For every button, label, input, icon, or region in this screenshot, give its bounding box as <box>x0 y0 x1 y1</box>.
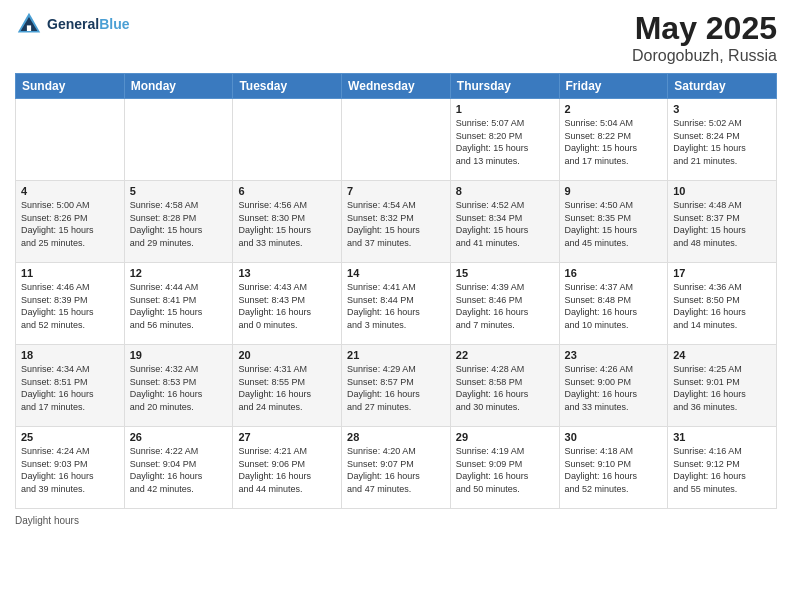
calendar-cell: 16Sunrise: 4:37 AM Sunset: 8:48 PM Dayli… <box>559 263 668 345</box>
calendar-table: SundayMondayTuesdayWednesdayThursdayFrid… <box>15 73 777 509</box>
day-info: Sunrise: 5:07 AM Sunset: 8:20 PM Dayligh… <box>456 117 554 167</box>
day-number: 23 <box>565 349 663 361</box>
calendar-cell: 15Sunrise: 4:39 AM Sunset: 8:46 PM Dayli… <box>450 263 559 345</box>
calendar-cell: 3Sunrise: 5:02 AM Sunset: 8:24 PM Daylig… <box>668 99 777 181</box>
calendar-cell: 27Sunrise: 4:21 AM Sunset: 9:06 PM Dayli… <box>233 427 342 509</box>
title-block: May 2025 Dorogobuzh, Russia <box>632 10 777 65</box>
day-number: 26 <box>130 431 228 443</box>
calendar-cell: 9Sunrise: 4:50 AM Sunset: 8:35 PM Daylig… <box>559 181 668 263</box>
day-number: 19 <box>130 349 228 361</box>
day-info: Sunrise: 4:21 AM Sunset: 9:06 PM Dayligh… <box>238 445 336 495</box>
calendar-cell: 23Sunrise: 4:26 AM Sunset: 9:00 PM Dayli… <box>559 345 668 427</box>
day-number: 18 <box>21 349 119 361</box>
day-info: Sunrise: 5:00 AM Sunset: 8:26 PM Dayligh… <box>21 199 119 249</box>
day-info: Sunrise: 4:54 AM Sunset: 8:32 PM Dayligh… <box>347 199 445 249</box>
day-info: Sunrise: 4:20 AM Sunset: 9:07 PM Dayligh… <box>347 445 445 495</box>
day-info: Sunrise: 4:29 AM Sunset: 8:57 PM Dayligh… <box>347 363 445 413</box>
day-number: 4 <box>21 185 119 197</box>
logo: GeneralBlue <box>15 10 129 38</box>
day-info: Sunrise: 4:36 AM Sunset: 8:50 PM Dayligh… <box>673 281 771 331</box>
calendar-cell: 11Sunrise: 4:46 AM Sunset: 8:39 PM Dayli… <box>16 263 125 345</box>
day-info: Sunrise: 4:44 AM Sunset: 8:41 PM Dayligh… <box>130 281 228 331</box>
logo-text: GeneralBlue <box>47 16 129 33</box>
day-number: 2 <box>565 103 663 115</box>
svg-rect-2 <box>27 25 31 31</box>
day-info: Sunrise: 4:24 AM Sunset: 9:03 PM Dayligh… <box>21 445 119 495</box>
day-number: 14 <box>347 267 445 279</box>
calendar-cell: 21Sunrise: 4:29 AM Sunset: 8:57 PM Dayli… <box>342 345 451 427</box>
weekday-header: Friday <box>559 74 668 99</box>
day-info: Sunrise: 4:34 AM Sunset: 8:51 PM Dayligh… <box>21 363 119 413</box>
calendar-cell: 20Sunrise: 4:31 AM Sunset: 8:55 PM Dayli… <box>233 345 342 427</box>
day-info: Sunrise: 4:18 AM Sunset: 9:10 PM Dayligh… <box>565 445 663 495</box>
weekday-header: Monday <box>124 74 233 99</box>
calendar-cell: 19Sunrise: 4:32 AM Sunset: 8:53 PM Dayli… <box>124 345 233 427</box>
day-number: 7 <box>347 185 445 197</box>
day-info: Sunrise: 5:02 AM Sunset: 8:24 PM Dayligh… <box>673 117 771 167</box>
day-number: 11 <box>21 267 119 279</box>
main-title: May 2025 <box>632 10 777 47</box>
page: GeneralBlue May 2025 Dorogobuzh, Russia … <box>0 0 792 612</box>
day-info: Sunrise: 4:16 AM Sunset: 9:12 PM Dayligh… <box>673 445 771 495</box>
calendar-cell: 17Sunrise: 4:36 AM Sunset: 8:50 PM Dayli… <box>668 263 777 345</box>
day-info: Sunrise: 4:50 AM Sunset: 8:35 PM Dayligh… <box>565 199 663 249</box>
daylight-label: Daylight hours <box>15 515 79 526</box>
day-number: 1 <box>456 103 554 115</box>
calendar-cell: 7Sunrise: 4:54 AM Sunset: 8:32 PM Daylig… <box>342 181 451 263</box>
day-info: Sunrise: 5:04 AM Sunset: 8:22 PM Dayligh… <box>565 117 663 167</box>
day-number: 12 <box>130 267 228 279</box>
calendar-week-row: 11Sunrise: 4:46 AM Sunset: 8:39 PM Dayli… <box>16 263 777 345</box>
day-number: 6 <box>238 185 336 197</box>
day-number: 9 <box>565 185 663 197</box>
day-number: 3 <box>673 103 771 115</box>
day-info: Sunrise: 4:39 AM Sunset: 8:46 PM Dayligh… <box>456 281 554 331</box>
calendar-cell <box>124 99 233 181</box>
calendar-cell: 1Sunrise: 5:07 AM Sunset: 8:20 PM Daylig… <box>450 99 559 181</box>
day-number: 16 <box>565 267 663 279</box>
day-number: 5 <box>130 185 228 197</box>
calendar-week-row: 1Sunrise: 5:07 AM Sunset: 8:20 PM Daylig… <box>16 99 777 181</box>
logo-icon <box>15 10 43 38</box>
calendar-cell: 14Sunrise: 4:41 AM Sunset: 8:44 PM Dayli… <box>342 263 451 345</box>
day-info: Sunrise: 4:52 AM Sunset: 8:34 PM Dayligh… <box>456 199 554 249</box>
day-number: 25 <box>21 431 119 443</box>
calendar-cell: 22Sunrise: 4:28 AM Sunset: 8:58 PM Dayli… <box>450 345 559 427</box>
calendar-cell: 8Sunrise: 4:52 AM Sunset: 8:34 PM Daylig… <box>450 181 559 263</box>
day-number: 22 <box>456 349 554 361</box>
calendar-cell: 24Sunrise: 4:25 AM Sunset: 9:01 PM Dayli… <box>668 345 777 427</box>
calendar-cell: 31Sunrise: 4:16 AM Sunset: 9:12 PM Dayli… <box>668 427 777 509</box>
day-number: 21 <box>347 349 445 361</box>
calendar-week-row: 18Sunrise: 4:34 AM Sunset: 8:51 PM Dayli… <box>16 345 777 427</box>
calendar-cell: 5Sunrise: 4:58 AM Sunset: 8:28 PM Daylig… <box>124 181 233 263</box>
day-number: 8 <box>456 185 554 197</box>
calendar-cell: 25Sunrise: 4:24 AM Sunset: 9:03 PM Dayli… <box>16 427 125 509</box>
day-info: Sunrise: 4:32 AM Sunset: 8:53 PM Dayligh… <box>130 363 228 413</box>
calendar-cell <box>233 99 342 181</box>
day-info: Sunrise: 4:31 AM Sunset: 8:55 PM Dayligh… <box>238 363 336 413</box>
weekday-header-row: SundayMondayTuesdayWednesdayThursdayFrid… <box>16 74 777 99</box>
calendar-cell: 4Sunrise: 5:00 AM Sunset: 8:26 PM Daylig… <box>16 181 125 263</box>
day-number: 30 <box>565 431 663 443</box>
calendar-cell: 6Sunrise: 4:56 AM Sunset: 8:30 PM Daylig… <box>233 181 342 263</box>
day-info: Sunrise: 4:37 AM Sunset: 8:48 PM Dayligh… <box>565 281 663 331</box>
day-info: Sunrise: 4:26 AM Sunset: 9:00 PM Dayligh… <box>565 363 663 413</box>
weekday-header: Thursday <box>450 74 559 99</box>
day-number: 15 <box>456 267 554 279</box>
calendar-cell: 28Sunrise: 4:20 AM Sunset: 9:07 PM Dayli… <box>342 427 451 509</box>
subtitle: Dorogobuzh, Russia <box>632 47 777 65</box>
calendar-week-row: 25Sunrise: 4:24 AM Sunset: 9:03 PM Dayli… <box>16 427 777 509</box>
calendar-cell: 2Sunrise: 5:04 AM Sunset: 8:22 PM Daylig… <box>559 99 668 181</box>
day-info: Sunrise: 4:41 AM Sunset: 8:44 PM Dayligh… <box>347 281 445 331</box>
weekday-header: Wednesday <box>342 74 451 99</box>
day-number: 27 <box>238 431 336 443</box>
weekday-header: Saturday <box>668 74 777 99</box>
day-info: Sunrise: 4:28 AM Sunset: 8:58 PM Dayligh… <box>456 363 554 413</box>
day-info: Sunrise: 4:43 AM Sunset: 8:43 PM Dayligh… <box>238 281 336 331</box>
day-info: Sunrise: 4:48 AM Sunset: 8:37 PM Dayligh… <box>673 199 771 249</box>
calendar-cell <box>342 99 451 181</box>
calendar-cell: 26Sunrise: 4:22 AM Sunset: 9:04 PM Dayli… <box>124 427 233 509</box>
weekday-header: Sunday <box>16 74 125 99</box>
day-info: Sunrise: 4:56 AM Sunset: 8:30 PM Dayligh… <box>238 199 336 249</box>
day-number: 29 <box>456 431 554 443</box>
calendar-cell: 18Sunrise: 4:34 AM Sunset: 8:51 PM Dayli… <box>16 345 125 427</box>
